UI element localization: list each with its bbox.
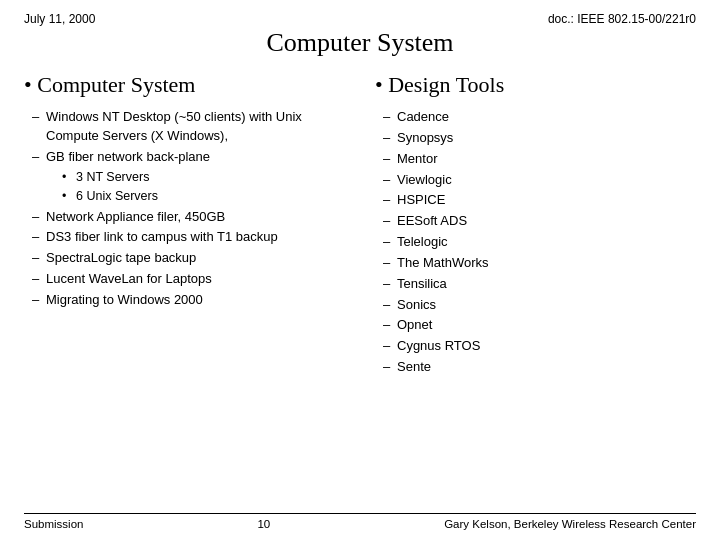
- sub-bullet-item: 6 Unix Servers: [62, 188, 345, 206]
- content-area: • Computer System Windows NT Desktop (~5…: [24, 72, 696, 507]
- header: July 11, 2000 doc.: IEEE 802.15-00/221r0: [24, 12, 696, 26]
- list-item: HSPICE: [383, 191, 696, 210]
- list-item: SpectraLogic tape backup: [32, 249, 345, 268]
- footer-page-number: 10: [257, 518, 270, 530]
- left-dash-list: Windows NT Desktop (~50 clients) with Un…: [24, 108, 345, 310]
- list-item: Cadence: [383, 108, 696, 127]
- list-item: Telelogic: [383, 233, 696, 252]
- right-column: • Design Tools CadenceSynopsysMentorView…: [365, 72, 696, 507]
- list-item: Viewlogic: [383, 171, 696, 190]
- sub-bullet-list: 3 NT Servers 6 Unix Servers: [46, 169, 345, 206]
- header-doc: doc.: IEEE 802.15-00/221r0: [548, 12, 696, 26]
- left-column: • Computer System Windows NT Desktop (~5…: [24, 72, 355, 507]
- footer-submission: Submission: [24, 518, 83, 530]
- right-dash-list: CadenceSynopsysMentorViewlogicHSPICEEESo…: [375, 108, 696, 377]
- list-item: Lucent WaveLan for Laptops: [32, 270, 345, 289]
- page: July 11, 2000 doc.: IEEE 802.15-00/221r0…: [0, 0, 720, 540]
- right-section-title: • Design Tools: [375, 72, 696, 98]
- page-title: Computer System: [24, 28, 696, 58]
- list-item: Sente: [383, 358, 696, 377]
- footer-author: Gary Kelson, Berkeley Wireless Research …: [444, 518, 696, 530]
- list-item: Sonics: [383, 296, 696, 315]
- list-item: Synopsys: [383, 129, 696, 148]
- list-item: Cygnus RTOS: [383, 337, 696, 356]
- list-item: The MathWorks: [383, 254, 696, 273]
- list-item: Opnet: [383, 316, 696, 335]
- list-item: Migrating to Windows 2000: [32, 291, 345, 310]
- list-item: Network Appliance filer, 450GB: [32, 208, 345, 227]
- list-item: GB fiber network back-plane 3 NT Servers…: [32, 148, 345, 206]
- list-item: EESoft ADS: [383, 212, 696, 231]
- sub-bullet-item: 3 NT Servers: [62, 169, 345, 187]
- header-date: July 11, 2000: [24, 12, 95, 26]
- footer: Submission 10 Gary Kelson, Berkeley Wire…: [24, 513, 696, 530]
- list-item: Tensilica: [383, 275, 696, 294]
- list-item: Mentor: [383, 150, 696, 169]
- list-item: Windows NT Desktop (~50 clients) with Un…: [32, 108, 345, 146]
- list-item: DS3 fiber link to campus with T1 backup: [32, 228, 345, 247]
- left-section-title: • Computer System: [24, 72, 345, 98]
